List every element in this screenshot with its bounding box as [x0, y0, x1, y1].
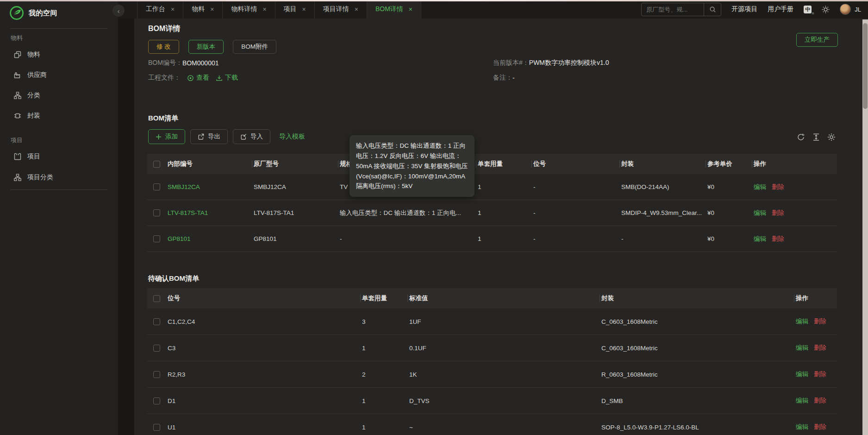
edit-link[interactable]: 编辑 — [796, 423, 808, 431]
qty-value: 1 — [360, 335, 407, 361]
user-menu[interactable]: JL — [840, 4, 861, 15]
sidebar-collapse-button[interactable]: ‹ — [112, 5, 125, 17]
sidebar-item-package[interactable]: 封装 — [14, 110, 40, 121]
download-file-label: 下载 — [225, 74, 238, 82]
edit-link[interactable]: 编辑 — [754, 183, 766, 191]
qty-value: 1 — [360, 414, 407, 435]
edit-link[interactable]: 编辑 — [796, 397, 808, 405]
tab-workbench[interactable]: 工作台 × — [137, 0, 183, 19]
view-file-link[interactable]: 查看 — [187, 74, 209, 82]
delete-link[interactable]: 删除 — [814, 397, 826, 405]
sidebar-item-supplier[interactable]: 供应商 — [14, 69, 47, 81]
global-search — [641, 3, 721, 16]
select-all-checkbox[interactable] — [153, 295, 160, 302]
standard-value: D_TVS — [407, 388, 599, 414]
bom-number-value: BOM000001 — [182, 59, 219, 67]
project-category-icon — [14, 174, 21, 181]
internal-number-link[interactable]: SMBJ12CA — [168, 183, 200, 190]
row-checkbox[interactable] — [153, 345, 160, 352]
edit-link[interactable]: 编辑 — [796, 317, 808, 326]
new-version-button[interactable]: 新版本 — [188, 40, 224, 54]
row-checkbox[interactable] — [153, 424, 160, 431]
package-value: SMB(DO-214AA) — [619, 174, 706, 200]
scrollbar-thumb[interactable] — [863, 23, 868, 109]
import-button[interactable]: 导入 — [233, 129, 270, 144]
row-checkbox[interactable] — [153, 371, 160, 378]
theme-toggle-button[interactable] — [822, 6, 830, 13]
table-row: C1,C2,C4 3 1UF C_0603_1608Metric 编辑 删除 — [147, 309, 837, 335]
row-checkbox[interactable] — [153, 397, 160, 404]
row-checkbox[interactable] — [153, 235, 160, 242]
close-icon[interactable]: × — [355, 6, 358, 13]
topbar-controls: 开源项目 用户手册 中 n JL — [641, 0, 868, 19]
row-checkbox[interactable] — [153, 209, 160, 216]
lang-glyph: 中 — [805, 6, 810, 13]
designator-value: - — [531, 226, 619, 252]
engineering-file-label: 工程文件： — [148, 74, 181, 82]
col-package: 封装 — [619, 154, 706, 174]
table-row: SMBJ12CA SMBJ12CA TV l... 1 - SMB(DO-214… — [147, 174, 837, 200]
sidebar-item-project-category[interactable]: 项目分类 — [14, 172, 53, 183]
search-button[interactable] — [704, 3, 721, 16]
delete-link[interactable]: 删除 — [772, 183, 784, 191]
bom-attachment-button[interactable]: BOM附件 — [233, 40, 276, 54]
search-input[interactable] — [642, 3, 704, 16]
tab-project[interactable]: 项目 × — [275, 0, 315, 19]
eye-icon — [187, 75, 194, 82]
row-checkbox[interactable] — [153, 318, 160, 325]
sidebar-item-category[interactable]: 分类 — [14, 90, 40, 101]
select-all-checkbox[interactable] — [153, 161, 160, 168]
add-button[interactable]: 添加 — [148, 129, 185, 144]
export-button[interactable]: 导出 — [190, 129, 228, 144]
sidebar-item-project[interactable]: 项目 — [14, 151, 40, 162]
add-button-label: 添加 — [165, 132, 178, 141]
delete-link[interactable]: 删除 — [814, 317, 826, 326]
tab-bom-detail[interactable]: BOM详情 × — [367, 0, 421, 19]
edit-link[interactable]: 编辑 — [796, 370, 808, 378]
tab-material-detail[interactable]: 物料详情 × — [223, 0, 275, 19]
row-checkbox[interactable] — [153, 183, 160, 190]
standard-value: 1UF — [407, 309, 599, 334]
language-toggle-icon[interactable]: 中 n — [804, 6, 812, 13]
open-source-link[interactable]: 开源项目 — [731, 5, 757, 13]
edit-link[interactable]: 编辑 — [754, 235, 766, 243]
vertical-scrollbar[interactable] — [862, 19, 868, 435]
workspace-header[interactable]: 我的空间 — [9, 6, 57, 20]
close-icon[interactable]: × — [409, 6, 412, 13]
qty-value: 1 — [476, 174, 531, 200]
close-icon[interactable]: × — [171, 6, 175, 13]
delete-link[interactable]: 删除 — [814, 423, 826, 431]
internal-number-link[interactable]: LTV-817S-TA1 — [168, 209, 208, 216]
modify-button[interactable]: 修 改 — [148, 40, 179, 54]
mpn-value: SMBJ12CA — [252, 174, 338, 200]
col-qty-per-set: 单套用量 — [360, 288, 407, 309]
close-icon[interactable]: × — [210, 6, 214, 13]
delete-link[interactable]: 删除 — [772, 209, 784, 217]
remark-label: 备注： — [493, 74, 512, 82]
tab-project-detail[interactable]: 项目详情 × — [315, 0, 367, 19]
tab-label: 工作台 — [146, 5, 165, 13]
refresh-icon[interactable] — [797, 133, 805, 141]
import-template-link[interactable]: 导入模板 — [279, 132, 305, 141]
download-file-link[interactable]: 下载 — [216, 74, 238, 82]
row-height-icon[interactable] — [812, 133, 820, 141]
detail-actions: 修 改 新版本 BOM附件 — [148, 40, 276, 54]
delete-link[interactable]: 删除 — [814, 344, 826, 352]
user-manual-link[interactable]: 用户手册 — [768, 5, 793, 13]
project-icon — [14, 153, 21, 160]
produce-now-button[interactable]: 立即生产 — [796, 33, 838, 47]
delete-link[interactable]: 删除 — [814, 370, 826, 378]
user-avatar[interactable] — [840, 4, 851, 15]
close-icon[interactable]: × — [262, 6, 266, 13]
designator-value: U1 — [166, 414, 360, 435]
internal-number-link[interactable]: GP8101 — [168, 235, 191, 242]
sidebar-item-materials[interactable]: 物料 — [14, 49, 40, 60]
bom-list-toolbar: 添加 导出 导入 导入模板 — [148, 129, 305, 144]
close-icon[interactable]: × — [302, 6, 306, 13]
tab-materials[interactable]: 物料 × — [183, 0, 223, 19]
delete-link[interactable]: 删除 — [772, 235, 784, 243]
edit-link[interactable]: 编辑 — [754, 209, 766, 217]
settings-gear-icon[interactable] — [827, 133, 836, 141]
edit-link[interactable]: 编辑 — [796, 344, 808, 352]
col-internal-number: 内部编号 — [166, 154, 252, 174]
